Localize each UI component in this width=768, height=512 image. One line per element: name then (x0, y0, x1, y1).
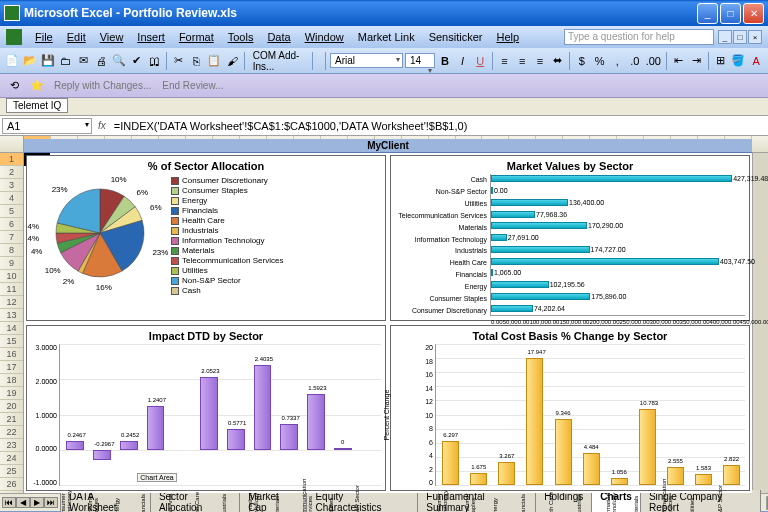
row-header[interactable]: 19 (0, 387, 23, 400)
menu-file[interactable]: File (28, 29, 60, 45)
row-header[interactable]: 1 (0, 153, 23, 166)
menu-window[interactable]: Window (298, 29, 351, 45)
row-header[interactable]: 13 (0, 309, 23, 322)
new-icon[interactable]: 📄 (4, 51, 20, 71)
align-right-icon[interactable]: ≡ (532, 51, 548, 71)
menu-sensiticker[interactable]: Sensiticker (422, 29, 490, 45)
standard-toolbar: 📄 📂 💾 🗀 ✉ 🖨 🔍 ✔ 🕮 ✂ ⎘ 📋 🖌 COM Add-Ins...… (0, 48, 768, 74)
doc-restore-button[interactable]: □ (733, 30, 747, 44)
reply-changes: Reply with Changes... (50, 80, 155, 91)
tab-last-icon[interactable]: ⏭ (44, 497, 58, 508)
app-icon[interactable] (6, 29, 22, 45)
worksheet[interactable]: MyClient % of Sector Allocation 10%6%6%2… (24, 153, 752, 493)
row-header[interactable]: 6 (0, 218, 23, 231)
chart-sector-allocation[interactable]: % of Sector Allocation 10%6%6%23%16%2%10… (26, 155, 386, 321)
menu-marketlink[interactable]: Market Link (351, 29, 422, 45)
inc-decimal-icon[interactable]: .0 (627, 51, 643, 71)
doc-close-button[interactable]: × (748, 30, 762, 44)
open-icon[interactable]: 📂 (22, 51, 38, 71)
name-box[interactable]: A1 (2, 118, 92, 134)
fx-icon[interactable]: fx (94, 120, 110, 131)
percent-icon[interactable]: % (592, 51, 608, 71)
menu-format[interactable]: Format (172, 29, 221, 45)
row-header[interactable]: 14 (0, 322, 23, 335)
email-icon[interactable]: ✉ (76, 51, 92, 71)
fill-color-icon[interactable]: 🪣 (730, 51, 746, 71)
doc-minimize-button[interactable]: _ (718, 30, 732, 44)
menu-bar: File Edit View Insert Format Tools Data … (0, 26, 768, 48)
window-title: Microsoft Excel - Portfolio Review.xls (24, 6, 697, 20)
select-all-corner[interactable] (0, 136, 24, 152)
menu-data[interactable]: Data (260, 29, 297, 45)
row-header[interactable]: 20 (0, 400, 23, 413)
tab-next-icon[interactable]: ▶ (30, 497, 44, 508)
row-header[interactable]: 8 (0, 244, 23, 257)
row-header[interactable]: 5 (0, 205, 23, 218)
font-color-icon[interactable]: A (748, 51, 764, 71)
row-header[interactable]: 15 (0, 335, 23, 348)
font-size-select[interactable]: 14 (405, 53, 435, 68)
chart-cost-basis[interactable]: Total Cost Basis % Change by Sector Perc… (390, 325, 750, 491)
inc-indent-icon[interactable]: ⇥ (688, 51, 704, 71)
spell-icon[interactable]: ✔ (129, 51, 145, 71)
menu-insert[interactable]: Insert (130, 29, 172, 45)
menu-view[interactable]: View (93, 29, 131, 45)
research-icon[interactable]: 🕮 (147, 51, 163, 71)
menu-edit[interactable]: Edit (60, 29, 93, 45)
dec-indent-icon[interactable]: ⇤ (671, 51, 687, 71)
italic-icon[interactable]: I (455, 51, 471, 71)
cut-icon[interactable]: ✂ (171, 51, 187, 71)
row-header[interactable]: 7 (0, 231, 23, 244)
goto-icon[interactable]: ⟲ (4, 76, 24, 96)
currency-icon[interactable]: $ (574, 51, 590, 71)
row-header[interactable]: 4 (0, 192, 23, 205)
paste-icon[interactable]: 📋 (206, 51, 222, 71)
merge-icon[interactable]: ⬌ (550, 51, 566, 71)
tab-first-icon[interactable]: ⏮ (2, 497, 16, 508)
close-button[interactable]: ✕ (743, 3, 764, 24)
row-header[interactable]: 24 (0, 452, 23, 465)
formula-input[interactable]: =INDEX('DATA Worksheet'!$CA$1:$CA$1000,'… (110, 119, 768, 133)
favorites-icon[interactable]: ⭐ (27, 76, 47, 96)
comma-icon[interactable]: , (609, 51, 625, 71)
save-icon[interactable]: 💾 (40, 51, 56, 71)
permission-icon[interactable]: 🗀 (58, 51, 74, 71)
addin-button[interactable]: Telemet IQ (6, 98, 68, 113)
chart-impact-dtd[interactable]: Impact DTD by Sector 3.00002.00001.00000… (26, 325, 386, 491)
row-header[interactable]: 16 (0, 348, 23, 361)
chart-title: Impact DTD by Sector (31, 330, 381, 342)
row-header[interactable]: 26 (0, 478, 23, 491)
row-header[interactable]: 10 (0, 270, 23, 283)
pie-legend: Consumer DiscretionaryConsumer StaplesEn… (169, 174, 381, 316)
help-search[interactable]: Type a question for help (564, 29, 714, 45)
row-header[interactable]: 22 (0, 426, 23, 439)
underline-icon[interactable]: U (472, 51, 488, 71)
row-header[interactable]: 12 (0, 296, 23, 309)
row-header[interactable]: 2 (0, 166, 23, 179)
row-header[interactable]: 3 (0, 179, 23, 192)
menu-tools[interactable]: Tools (221, 29, 261, 45)
copy-icon[interactable]: ⎘ (189, 51, 205, 71)
align-left-icon[interactable]: ≡ (497, 51, 513, 71)
maximize-button[interactable]: □ (720, 3, 741, 24)
format-painter-icon[interactable]: 🖌 (224, 51, 240, 71)
tab-prev-icon[interactable]: ◀ (16, 497, 30, 508)
borders-icon[interactable]: ⊞ (713, 51, 729, 71)
menu-help[interactable]: Help (489, 29, 526, 45)
row-header[interactable]: 23 (0, 439, 23, 452)
chart-market-values[interactable]: Market Values by Sector CashNon-S&P Sect… (390, 155, 750, 321)
dec-decimal-icon[interactable]: .00 (645, 51, 662, 71)
bold-icon[interactable]: B (437, 51, 453, 71)
align-center-icon[interactable]: ≡ (514, 51, 530, 71)
row-header[interactable]: 21 (0, 413, 23, 426)
minimize-button[interactable]: _ (697, 3, 718, 24)
font-name-select[interactable]: Arial (330, 53, 403, 68)
preview-icon[interactable]: 🔍 (111, 51, 127, 71)
row-header[interactable]: 18 (0, 374, 23, 387)
row-header[interactable]: 9 (0, 257, 23, 270)
row-header[interactable]: 11 (0, 283, 23, 296)
row-header[interactable]: 25 (0, 465, 23, 478)
row-header[interactable]: 17 (0, 361, 23, 374)
print-icon[interactable]: 🖨 (93, 51, 109, 71)
addins-dropdown[interactable]: COM Add-Ins... (249, 50, 309, 72)
